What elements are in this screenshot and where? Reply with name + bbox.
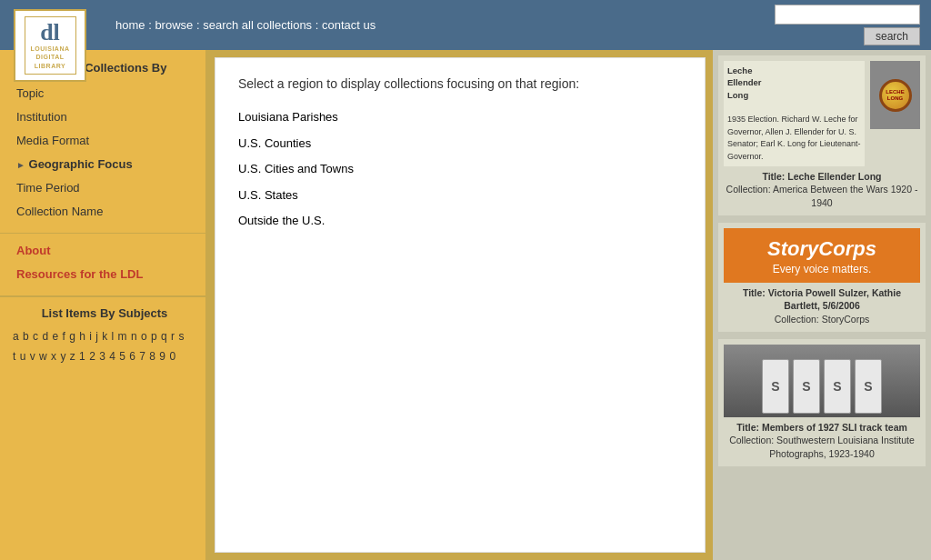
search-button[interactable]: search (864, 27, 920, 45)
card1-title: Title: Leche Ellender Long Collection: A… (724, 170, 920, 210)
letter-x[interactable]: x (51, 350, 56, 363)
letter-2[interactable]: 2 (89, 350, 95, 363)
team-member-2: S (793, 359, 820, 414)
letter-k[interactable]: k (102, 330, 107, 343)
card3-image: S S S S (724, 345, 920, 417)
main-content: Select a region to display collections f… (215, 57, 706, 553)
card2-title: Title: Victoria Powell Sulzer, Kathie Ba… (724, 286, 920, 326)
letter-6[interactable]: 6 (129, 350, 135, 363)
letter-b[interactable]: b (23, 330, 29, 343)
letter-l[interactable]: l (112, 330, 115, 343)
nav-resources-ldl[interactable]: Resources for the LDL (16, 263, 196, 286)
team-member-4: S (855, 359, 882, 414)
nav-geographic-focus[interactable]: ► Geographic Focus (16, 153, 196, 176)
letter-v[interactable]: v (30, 350, 35, 363)
letter-r[interactable]: r (171, 330, 175, 343)
about-section: About Resources for the LDL (0, 233, 205, 295)
letter-j[interactable]: j (95, 330, 98, 343)
subjects-header: List Items By Subjects (13, 306, 196, 320)
region-outside-us[interactable]: Outside the U.S. (238, 214, 325, 227)
nav-collection-name[interactable]: Collection Name (16, 200, 196, 224)
campaign-button-icon: LECHELONG (879, 79, 912, 112)
region-us-states[interactable]: U.S. States (238, 188, 298, 202)
card1-thumbnail: LECHELONG (870, 61, 920, 129)
letter-8[interactable]: 8 (149, 350, 155, 363)
storycorps-banner: StoryCorps Every voice matters. (724, 228, 920, 283)
team-member-3: S (824, 359, 851, 414)
subjects-section: List Items By Subjects a b c d e f g h i… (0, 295, 205, 375)
logo-text: LOUISIANA digital Library (31, 45, 70, 69)
team-member-1: S (762, 359, 789, 414)
letter-e[interactable]: e (52, 330, 58, 343)
list-item: Louisiana Parishes (238, 105, 682, 131)
letter-p[interactable]: p (151, 330, 157, 343)
letter-z[interactable]: z (70, 350, 75, 363)
letter-s[interactable]: s (178, 330, 184, 343)
letter-w[interactable]: w (39, 350, 47, 363)
browse-nav: Topic Institution Media Format ► Geograp… (0, 82, 205, 233)
featured-card-2: StoryCorps Every voice matters. Title: V… (718, 223, 926, 332)
letter-4[interactable]: 4 (109, 350, 115, 363)
storycorps-title: StoryCorps (733, 239, 911, 259)
letter-f[interactable]: f (62, 330, 65, 343)
search-input[interactable] (775, 5, 920, 25)
card3-title: Title: Members of 1927 SLI track team Co… (724, 421, 920, 461)
letter-5[interactable]: 5 (119, 350, 125, 363)
letter-c[interactable]: c (33, 330, 38, 343)
letter-7[interactable]: 7 (139, 350, 145, 363)
letter-y[interactable]: y (60, 350, 65, 363)
subjects-letters: a b c d e f g h i j k l m n o p q r s t (13, 327, 196, 366)
main-heading: Select a region to display collections f… (238, 76, 682, 91)
nav-home[interactable]: home (115, 18, 145, 32)
main-nav: home : browse : search all collections :… (115, 18, 375, 32)
sidebar: Browse Collections By Topic Institution … (0, 50, 207, 560)
header: dl LOUISIANA digital Library home : brow… (0, 0, 931, 50)
letter-o[interactable]: o (141, 330, 147, 343)
letter-i[interactable]: i (89, 330, 92, 343)
right-sidebar: Leche Ellender Long 1935 Election. Richa… (713, 50, 931, 560)
featured-card-3: S S S S Title: Members of 1927 SLI track… (718, 339, 926, 466)
letter-d[interactable]: d (42, 330, 48, 343)
main-wrapper: Browse Collections By Topic Institution … (0, 50, 931, 560)
letter-m[interactable]: m (118, 330, 127, 343)
list-item: U.S. Cities and Towns (238, 156, 682, 183)
nav-browse[interactable]: browse (155, 18, 193, 32)
nav-contact[interactable]: contact us (322, 18, 375, 32)
arrow-icon: ► (16, 160, 25, 170)
letter-n[interactable]: n (131, 330, 137, 343)
logo-initials: dl (40, 21, 60, 45)
nav-media-format[interactable]: Media Format (16, 129, 196, 153)
list-item: U.S. Counties (238, 131, 682, 157)
card1-image-area: Leche Ellender Long 1935 Election. Richa… (724, 61, 920, 166)
letter-g[interactable]: g (69, 330, 75, 343)
nav-institution[interactable]: Institution (16, 105, 196, 129)
letter-h[interactable]: h (79, 330, 85, 343)
letter-0[interactable]: 0 (169, 350, 175, 363)
nav-time-period[interactable]: Time Period (16, 176, 196, 200)
letter-1[interactable]: 1 (79, 350, 85, 363)
letter-q[interactable]: q (161, 330, 167, 343)
region-louisiana-parishes[interactable]: Louisiana Parishes (238, 110, 338, 124)
nav-topic[interactable]: Topic (16, 82, 196, 105)
list-item: U.S. States (238, 183, 682, 209)
letter-t[interactable]: t (13, 350, 15, 363)
letter-3[interactable]: 3 (99, 350, 105, 363)
nav-search-all[interactable]: search all collections (203, 18, 312, 32)
letter-9[interactable]: 9 (159, 350, 165, 363)
list-item: Outside the U.S. (238, 208, 682, 235)
letter-a[interactable]: a (13, 330, 19, 343)
storycorps-tagline: Every voice matters. (733, 263, 911, 275)
logo: dl LOUISIANA digital Library (14, 9, 86, 82)
search-area: search (775, 5, 920, 45)
card1-thumb-text: Leche Ellender Long 1935 Election. Richa… (724, 61, 865, 166)
region-list: Louisiana Parishes U.S. Counties U.S. Ci… (238, 105, 682, 235)
region-us-counties[interactable]: U.S. Counties (238, 136, 311, 150)
letter-u[interactable]: u (20, 350, 26, 363)
region-us-cities[interactable]: U.S. Cities and Towns (238, 162, 354, 175)
featured-card-1: Leche Ellender Long 1935 Election. Richa… (718, 55, 926, 215)
nav-about[interactable]: About (16, 239, 196, 263)
